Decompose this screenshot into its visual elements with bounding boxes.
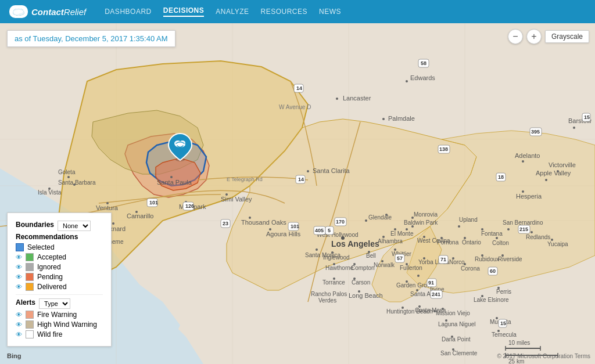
svg-text:Camarillo: Camarillo xyxy=(127,212,153,219)
boundaries-select[interactable]: None xyxy=(58,221,91,231)
pending-eye[interactable]: 👁 xyxy=(16,273,22,280)
svg-text:Edwards: Edwards xyxy=(410,74,435,81)
zoom-out-button[interactable]: − xyxy=(508,29,523,44)
svg-text:Rancho Palos: Rancho Palos xyxy=(311,291,347,297)
svg-text:Verdes: Verdes xyxy=(318,297,336,304)
logo-icon xyxy=(9,5,28,18)
svg-text:Santa Barbara: Santa Barbara xyxy=(58,179,96,186)
legend-pending: 👁 Pending xyxy=(16,273,103,281)
map-marker[interactable] xyxy=(167,132,193,163)
svg-point-115 xyxy=(417,275,420,277)
high-wind-swatch xyxy=(26,320,34,329)
svg-point-142 xyxy=(406,80,408,82)
delivered-eye[interactable]: 👁 xyxy=(16,283,22,290)
accepted-eye[interactable]: 👁 xyxy=(16,254,22,261)
map-container[interactable]: Lancaster Palmdale Santa Clarita Ventura… xyxy=(0,23,595,364)
svg-text:Hesperia: Hesperia xyxy=(516,193,542,200)
ignored-label: Ignored xyxy=(37,263,61,271)
svg-text:Palmdale: Palmdale xyxy=(388,115,415,122)
svg-text:215: 215 xyxy=(519,226,528,232)
fire-warning-eye[interactable]: 👁 xyxy=(16,311,22,318)
nav-bar: DASHBOARD DECISIONS ANALYZE RESOURCES NE… xyxy=(105,6,341,17)
svg-text:101: 101 xyxy=(149,200,158,206)
boundaries-row: Boundaries None xyxy=(16,221,103,231)
svg-point-56 xyxy=(316,248,318,251)
svg-text:405: 405 xyxy=(315,228,324,233)
zoom-in-button[interactable]: + xyxy=(526,29,542,44)
nav-decisions[interactable]: DECISIONS xyxy=(163,6,205,17)
svg-text:170: 170 xyxy=(336,219,345,225)
svg-text:Santa Clarita: Santa Clarita xyxy=(313,167,350,174)
svg-text:Pomona: Pomona xyxy=(437,239,459,246)
svg-text:91: 91 xyxy=(428,280,434,286)
svg-point-71 xyxy=(531,231,533,233)
svg-point-51 xyxy=(385,214,388,216)
accepted-swatch xyxy=(26,253,34,261)
svg-text:Apple Valley: Apple Valley xyxy=(536,170,571,176)
selected-label: Selected xyxy=(27,243,55,251)
svg-text:Agoura Hills: Agoura Hills xyxy=(266,230,301,237)
svg-text:60: 60 xyxy=(490,268,496,274)
svg-text:15: 15 xyxy=(500,320,506,326)
ignored-swatch xyxy=(26,263,34,271)
legend-selected: Selected xyxy=(16,243,103,251)
svg-text:Bell: Bell xyxy=(366,253,376,259)
svg-text:San Clemente: San Clemente xyxy=(440,350,478,356)
ignored-eye[interactable]: 👁 xyxy=(16,264,22,271)
svg-text:138: 138 xyxy=(439,146,448,152)
svg-point-136 xyxy=(522,160,524,163)
nav-news[interactable]: NEWS xyxy=(319,8,341,16)
nav-resources[interactable]: RESOURCES xyxy=(261,8,308,16)
header: ContactRelief DASHBOARD DECISIONS ANALYZ… xyxy=(0,0,595,23)
svg-text:Simi Valley: Simi Valley xyxy=(221,196,252,203)
timestamp-box: as of Tuesday, December 5, 2017 1:35:40 … xyxy=(7,30,175,47)
svg-text:Corona: Corona xyxy=(461,265,480,272)
svg-text:Inglewood: Inglewood xyxy=(323,254,350,261)
nav-analyze[interactable]: ANALYZE xyxy=(216,8,249,16)
svg-point-144 xyxy=(67,176,70,178)
svg-text:Fontana: Fontana xyxy=(481,230,503,237)
svg-text:El Monte: El Monte xyxy=(390,230,414,237)
svg-text:Dana Point: Dana Point xyxy=(442,336,471,343)
legend: Boundaries None Recommendations Selected… xyxy=(7,212,112,347)
bing-text: Bing xyxy=(7,352,21,359)
svg-point-138 xyxy=(557,170,559,172)
svg-text:Lake Elsinore: Lake Elsinore xyxy=(474,297,509,303)
svg-text:Goleta: Goleta xyxy=(58,169,76,175)
high-wind-eye[interactable]: 👁 xyxy=(16,321,22,328)
svg-text:Colton: Colton xyxy=(492,240,509,246)
svg-point-29 xyxy=(307,170,309,172)
svg-text:57: 57 xyxy=(397,255,403,261)
svg-text:14: 14 xyxy=(296,85,302,91)
fire-warning-label: Fire Warning xyxy=(37,311,77,319)
nav-dashboard[interactable]: DASHBOARD xyxy=(105,8,152,16)
logo: ContactRelief xyxy=(9,5,86,18)
delivered-swatch xyxy=(26,283,34,291)
svg-text:Perris: Perris xyxy=(496,289,511,295)
svg-point-62 xyxy=(406,228,408,230)
svg-text:Carson: Carson xyxy=(352,279,370,286)
svg-text:5: 5 xyxy=(328,228,331,233)
svg-text:395: 395 xyxy=(531,129,540,135)
svg-text:Isla Vista: Isla Vista xyxy=(38,189,62,196)
svg-text:Los Angeles: Los Angeles xyxy=(331,239,379,248)
map-controls: − + Grayscale xyxy=(508,29,589,44)
svg-text:71: 71 xyxy=(440,257,446,262)
pending-swatch xyxy=(26,273,34,281)
legend-high-wind: 👁 High Wind Warning xyxy=(16,320,103,329)
alerts-type-select[interactable]: Type xyxy=(39,298,70,309)
fire-warning-swatch xyxy=(26,311,34,319)
svg-point-162 xyxy=(433,310,436,312)
pending-label: Pending xyxy=(37,273,63,281)
svg-point-27 xyxy=(382,118,385,120)
svg-point-93 xyxy=(331,251,334,254)
wild-fire-swatch xyxy=(26,330,34,338)
svg-text:Victorville: Victorville xyxy=(549,161,576,168)
grayscale-button[interactable]: Grayscale xyxy=(545,30,589,43)
boundaries-label: Boundaries xyxy=(16,221,54,229)
svg-text:Glendale: Glendale xyxy=(368,214,392,221)
svg-text:23: 23 xyxy=(223,221,228,226)
wild-fire-eye[interactable]: 👁 xyxy=(16,331,22,338)
svg-text:Baldwin Park: Baldwin Park xyxy=(404,219,438,226)
bing-logo: Bing xyxy=(7,352,21,359)
